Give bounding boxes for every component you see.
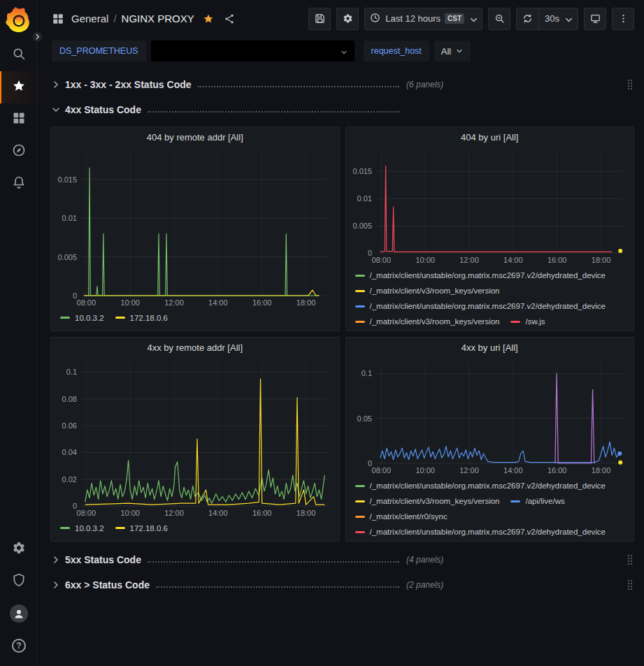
legend-series-label: 172.18.0.6: [130, 524, 168, 533]
row-title: 4xx Status Code: [65, 104, 141, 115]
submenu-bar: DS_PROMETHEUS request_host All: [37, 37, 644, 65]
datasource-variable-input[interactable]: [151, 41, 355, 61]
row-header-6xx[interactable]: 6xx > Status Code (2 panels): [50, 575, 634, 595]
datasource-variable-label[interactable]: DS_PROMETHEUS: [52, 41, 146, 61]
share-icon[interactable]: [224, 13, 235, 24]
apps-icon: [52, 13, 64, 25]
panel-title[interactable]: 4xx by uri [All]: [346, 338, 634, 357]
legend-item[interactable]: /_matrix/client/v3/room_keys/version: [355, 317, 500, 326]
sidebar-item-server-admin[interactable]: [0, 565, 37, 598]
request-host-variable-dropdown[interactable]: All: [434, 41, 471, 61]
row-title: 5xx Status Code: [65, 554, 141, 565]
request-host-variable-value: All: [441, 46, 451, 57]
sidebar-item-configuration[interactable]: [0, 533, 37, 565]
compass-icon: [12, 143, 26, 160]
row-panel-count: (4 panels): [406, 555, 443, 565]
svg-text:12:00: 12:00: [164, 509, 184, 517]
svg-text:10:00: 10:00: [415, 256, 435, 264]
shield-icon: [12, 573, 26, 590]
legend-item[interactable]: /_matrix/client/unstable/org.matrix.msc2…: [355, 482, 606, 490]
save-dashboard-button[interactable]: [308, 8, 331, 30]
chevron-down-icon: [50, 104, 62, 115]
legend-series-label: /_matrix/client/r0/sync: [370, 512, 448, 521]
legend-series-swatch: [355, 485, 365, 487]
legend-item[interactable]: /_matrix/client/unstable/org.matrix.msc2…: [355, 302, 606, 310]
favorite-star-icon[interactable]: [203, 13, 214, 24]
dotted-leader: [148, 111, 399, 113]
row-drag-handle-icon[interactable]: [626, 579, 634, 591]
row-panel-count: (2 panels): [406, 580, 443, 590]
chart-404-by-remote-addr[interactable]: 08:0010:0012:0014:0016:0018:0000.0050.01…: [51, 147, 339, 308]
tv-mode-button[interactable]: [584, 8, 606, 30]
dashboard-title[interactable]: NGINX PROXY: [122, 13, 194, 24]
legend-item[interactable]: /_matrix/client/v3/room_keys/version: [355, 287, 500, 295]
sidebar-expand-button[interactable]: [31, 31, 43, 43]
svg-text:18:00: 18:00: [296, 298, 316, 307]
legend-series-label: 172.18.0.6: [130, 314, 168, 322]
svg-text:0.01: 0.01: [62, 214, 77, 222]
svg-text:14:00: 14:00: [208, 298, 228, 307]
sidebar-item-dashboards[interactable]: [0, 103, 37, 136]
legend-item[interactable]: /_matrix/client/unstable/org.matrix.msc2…: [355, 528, 606, 536]
sidebar-item-profile[interactable]: [0, 598, 37, 630]
time-range-picker[interactable]: Last 12 hours CST: [364, 8, 482, 30]
legend-item[interactable]: 172.18.0.6: [115, 314, 168, 322]
svg-text:18:00: 18:00: [296, 509, 316, 517]
chart-404-by-uri[interactable]: 08:0010:0012:0014:0016:0018:0000.0050.01…: [346, 147, 634, 266]
sidebar-item-help[interactable]: ?: [0, 630, 37, 662]
panel-404-by-uri: 404 by uri [All] 08:0010:0012:0014:0016:…: [345, 126, 635, 331]
svg-text:0: 0: [367, 459, 371, 468]
sidebar-item-search[interactable]: [0, 39, 37, 71]
legend-item[interactable]: /_matrix/client/v3/room_keys/version: [355, 497, 500, 505]
kebab-menu-button[interactable]: [612, 8, 634, 30]
svg-text:0.1: 0.1: [66, 368, 77, 376]
legend-series-label: 10.0.3.2: [75, 524, 104, 533]
zoom-out-button[interactable]: [488, 8, 510, 30]
refresh-interval-value: 30s: [545, 13, 559, 24]
sidebar-item-starred[interactable]: [0, 71, 37, 103]
legend-item[interactable]: /_matrix/client/unstable/org.matrix.msc2…: [355, 271, 606, 280]
row-drag-handle-icon[interactable]: [626, 78, 634, 91]
panel-legend: 10.0.3.2172.18.0.6: [51, 519, 339, 541]
svg-text:12:00: 12:00: [164, 298, 184, 307]
legend-item[interactable]: 10.0.3.2: [60, 314, 104, 322]
row-header-1xx-3xx-2xx[interactable]: 1xx - 3xx - 2xx Status Code (6 panels): [50, 75, 634, 94]
timezone-badge: CST: [445, 13, 464, 24]
legend-series-swatch: [355, 321, 365, 323]
svg-text:0.005: 0.005: [352, 222, 372, 230]
breadcrumb-folder[interactable]: General: [71, 13, 108, 24]
panel-title[interactable]: 404 by uri [All]: [346, 127, 634, 147]
refresh-button[interactable]: [517, 8, 538, 29]
legend-item[interactable]: 172.18.0.6: [115, 524, 168, 533]
legend-item[interactable]: 10.0.3.2: [60, 524, 104, 533]
panel-title[interactable]: 4xx by remote addr [All]: [51, 338, 339, 357]
chart-svg: 08:0010:0012:0014:0016:0018:0000.0050.01…: [51, 147, 339, 308]
chart-4xx-by-uri[interactable]: 08:0010:0012:0014:0016:0018:0000.050.1: [346, 357, 634, 476]
legend-series-swatch: [355, 290, 365, 292]
sidebar-item-alerting[interactable]: [0, 168, 37, 200]
legend-item[interactable]: /sw.js: [510, 317, 545, 326]
row-header-5xx[interactable]: 5xx Status Code (4 panels): [50, 550, 634, 570]
svg-text:16:00: 16:00: [252, 509, 272, 517]
svg-text:0.01: 0.01: [357, 194, 371, 203]
panel-legend: /_matrix/client/unstable/org.matrix.msc2…: [346, 266, 634, 331]
star-icon: [12, 79, 26, 96]
sidebar-item-explore[interactable]: [0, 136, 37, 168]
panel-legend: /_matrix/client/unstable/org.matrix.msc2…: [346, 476, 634, 541]
legend-series-swatch: [115, 527, 125, 529]
chart-4xx-by-remote-addr[interactable]: 08:0010:0012:0014:0016:0018:0000.020.040…: [51, 357, 339, 519]
request-host-variable-label[interactable]: request_host: [364, 41, 429, 61]
refresh-interval-dropdown[interactable]: 30s: [538, 8, 578, 29]
dotted-leader: [148, 561, 399, 563]
grafana-logo-icon[interactable]: [6, 7, 31, 32]
dashboard-settings-button[interactable]: [336, 8, 359, 30]
chevron-down-icon: [564, 15, 572, 23]
legend-item[interactable]: /api/live/ws: [510, 497, 564, 505]
svg-text:14:00: 14:00: [503, 256, 523, 264]
row-drag-handle-icon[interactable]: [626, 553, 634, 566]
sidebar: ?: [0, 0, 37, 666]
legend-item[interactable]: /_matrix/client/r0/sync: [355, 512, 448, 521]
row-header-4xx[interactable]: 4xx Status Code: [50, 100, 634, 120]
legend-series-label: /api/live/ws: [525, 497, 564, 505]
panel-title[interactable]: 404 by remote addr [All]: [51, 127, 339, 147]
